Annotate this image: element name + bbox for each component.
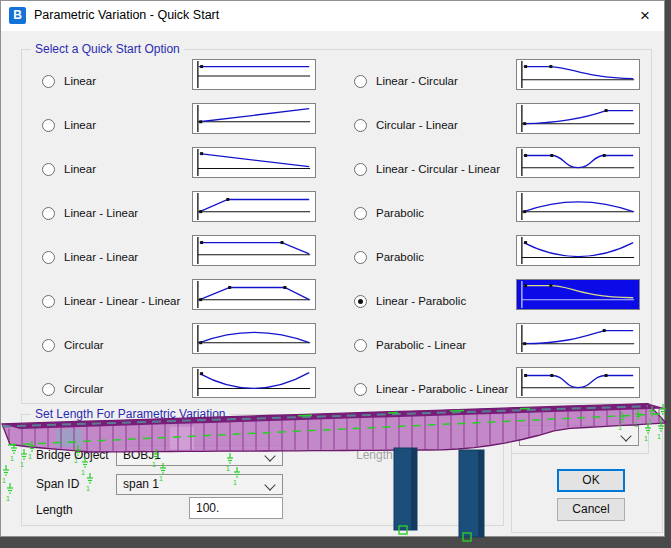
set-length-group-label: Set Length For Parametric Variation	[31, 407, 230, 421]
app-icon: B	[9, 7, 26, 24]
cancel-button[interactable]: Cancel	[557, 498, 625, 521]
option-preview-right-3[interactable]	[516, 191, 640, 222]
option-preview-left-2[interactable]	[192, 147, 316, 178]
option-label-left-6: Circular	[64, 339, 104, 351]
option-label-left-7: Circular	[64, 383, 104, 395]
option-preview-left-1[interactable]	[192, 103, 316, 134]
option-row-left-2: Linear	[22, 147, 337, 191]
span-id-value: span 1	[123, 477, 159, 491]
option-radio-right-7[interactable]	[354, 383, 367, 396]
option-radio-left-6[interactable]	[42, 339, 55, 352]
option-radio-left-0[interactable]	[42, 75, 55, 88]
option-row-left-5: Linear - Linear - Linear	[22, 279, 337, 323]
option-preview-left-4[interactable]	[192, 235, 316, 266]
option-radio-right-0[interactable]	[354, 75, 367, 88]
option-radio-left-5[interactable]	[42, 295, 55, 308]
option-preview-left-7[interactable]	[192, 367, 316, 398]
option-preview-right-4[interactable]	[516, 235, 640, 266]
option-preview-right-2[interactable]	[516, 147, 640, 178]
option-preview-right-1[interactable]	[516, 103, 640, 134]
ok-button[interactable]: OK	[557, 469, 625, 492]
length-label: Length	[36, 503, 73, 517]
parametric-variation-dialog: B Parametric Variation - Quick Start × S…	[0, 0, 665, 537]
quick-start-group-label: Select a Quick Start Option	[31, 42, 184, 56]
option-label-right-7: Linear - Parabolic - Linear	[376, 383, 508, 395]
option-radio-right-5[interactable]	[354, 295, 367, 308]
option-radio-right-3[interactable]	[354, 207, 367, 220]
option-label-right-4: Parabolic	[376, 251, 424, 263]
option-label-right-6: Parabolic - Linear	[376, 339, 466, 351]
option-row-left-0: Linear	[22, 59, 337, 103]
option-preview-left-3[interactable]	[192, 191, 316, 222]
option-label-left-2: Linear	[64, 163, 96, 175]
units-select[interactable]	[519, 425, 639, 446]
option-row-right-4: Parabolic	[334, 235, 653, 279]
quick-start-group: Select a Quick Start Option Linear Linea…	[21, 49, 652, 404]
option-row-right-1: Circular - Linear	[334, 103, 653, 147]
option-row-right-5: Linear - Parabolic	[334, 279, 653, 323]
span-id-select[interactable]: span 1	[116, 474, 283, 495]
option-label-right-2: Linear - Circular - Linear	[376, 163, 500, 175]
close-icon[interactable]: ×	[630, 1, 660, 31]
chevron-down-icon	[264, 479, 275, 490]
option-row-right-3: Parabolic	[334, 191, 653, 235]
dialog-title: Parametric Variation - Quick Start	[34, 8, 219, 22]
option-label-right-3: Parabolic	[376, 207, 424, 219]
option-row-left-4: Linear - Linear	[22, 235, 337, 279]
options-column-right: Linear - Circular Circular - Linear Line…	[334, 59, 653, 403]
option-row-right-0: Linear - Circular	[334, 59, 653, 103]
option-preview-right-0[interactable]	[516, 59, 640, 90]
option-label-left-1: Linear	[64, 119, 96, 131]
option-label-right-5: Linear - Parabolic	[376, 295, 466, 307]
option-radio-left-3[interactable]	[42, 207, 55, 220]
option-row-right-6: Parabolic - Linear	[334, 323, 653, 367]
option-preview-left-6[interactable]	[192, 323, 316, 354]
option-preview-left-5[interactable]	[192, 279, 316, 310]
option-label-right-1: Circular - Linear	[376, 119, 458, 131]
option-label-left-5: Linear - Linear - Linear	[64, 295, 180, 307]
option-radio-left-1[interactable]	[42, 119, 55, 132]
option-preview-right-7[interactable]	[516, 367, 640, 398]
option-radio-right-1[interactable]	[354, 119, 367, 132]
chevron-down-icon	[620, 430, 631, 441]
option-radio-right-6[interactable]	[354, 339, 367, 352]
option-label-right-0: Linear - Circular	[376, 75, 458, 87]
option-row-left-7: Circular	[22, 367, 337, 411]
title-bar: B Parametric Variation - Quick Start ×	[1, 1, 664, 31]
option-preview-right-6[interactable]	[516, 323, 640, 354]
option-row-right-7: Linear - Parabolic - Linear	[334, 367, 653, 411]
option-radio-left-2[interactable]	[42, 163, 55, 176]
option-label-left-0: Linear	[64, 75, 96, 87]
option-radio-left-7[interactable]	[42, 383, 55, 396]
length-disabled-label: Length	[356, 448, 393, 462]
bridge-object-select[interactable]: BOBJ1	[116, 445, 283, 466]
option-preview-left-0[interactable]	[192, 59, 316, 90]
option-row-left-1: Linear	[22, 103, 337, 147]
bridge-object-value: BOBJ1	[123, 448, 161, 462]
option-radio-right-4[interactable]	[354, 251, 367, 264]
options-column-left: Linear Linear Linear Linear - Linear Lin…	[22, 59, 337, 403]
option-row-right-2: Linear - Circular - Linear	[334, 147, 653, 191]
option-row-left-3: Linear - Linear	[22, 191, 337, 235]
chevron-down-icon	[264, 450, 275, 461]
option-row-left-6: Circular	[22, 323, 337, 367]
option-radio-left-4[interactable]	[42, 251, 55, 264]
option-label-left-4: Linear - Linear	[64, 251, 138, 263]
option-label-left-3: Linear - Linear	[64, 207, 138, 219]
length-input[interactable]: 100.	[189, 497, 283, 519]
bridge-object-label: Bridge Object	[36, 448, 109, 462]
span-id-label: Span ID	[36, 477, 79, 491]
option-radio-right-2[interactable]	[354, 163, 367, 176]
option-preview-right-5[interactable]	[516, 279, 640, 310]
